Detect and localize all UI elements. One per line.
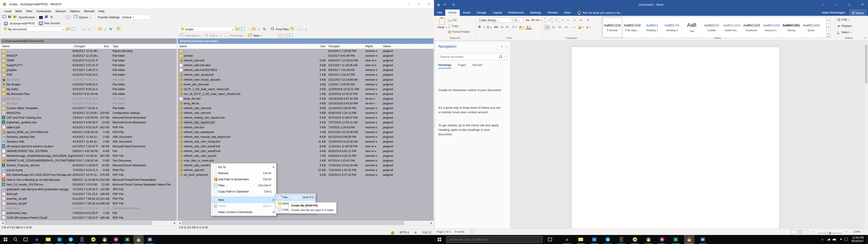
taskbar-app[interactable]: W — [145, 235, 155, 244]
taskbar-app[interactable]: O — [54, 235, 65, 244]
taskbar-app[interactable] — [643, 235, 654, 244]
taskbar-app[interactable] — [77, 235, 87, 244]
close-icon[interactable]: × — [424, 0, 434, 8]
table-row[interactable]: refresh_cdw_cdm.ksh 9 KB 11/2/2015 5:39:… — [178, 106, 434, 111]
home-directory-icon[interactable]: ⌂ — [257, 27, 261, 31]
home-directory-icon[interactable]: ⌂ — [103, 27, 107, 31]
bullets-button[interactable]: •— — [544, 18, 550, 23]
volume-icon[interactable] — [837, 238, 843, 241]
menu-item[interactable]: Help — [96, 9, 106, 13]
style-item[interactable]: AaBbCcDd Quote — [801, 17, 821, 38]
scrollbar-thumb[interactable] — [182, 221, 404, 225]
local-horizontal-scrollbar[interactable]: ◀ ▶ — [0, 221, 177, 225]
root-directory-icon[interactable] — [252, 27, 256, 31]
context-menu-item[interactable]: Static Custom Commands ▶ — [211, 209, 276, 215]
select-same-icon[interactable]: + — [278, 33, 282, 37]
taskbar-app[interactable]: X — [671, 235, 681, 244]
menu-item[interactable]: Files — [24, 9, 34, 13]
subscript-button[interactable]: x₂ — [500, 24, 505, 29]
taskbar-app[interactable]: UE — [630, 235, 640, 244]
numbering-button[interactable]: 1— — [551, 18, 557, 23]
table-row[interactable]: IDC MarketScape AFA 2015-2016 Pure Stora… — [0, 173, 177, 177]
column-header-name[interactable]: Name — [0, 44, 72, 49]
taskbar-app[interactable]: e — [32, 235, 42, 244]
close-icon[interactable]: × — [858, 0, 868, 9]
style-item[interactable]: AaBbCcDd ¶ No Spac... — [622, 17, 642, 38]
taskbar-app[interactable] — [657, 235, 667, 244]
zoom-level[interactable]: 100% — [853, 230, 860, 233]
root-directory-icon[interactable] — [98, 27, 102, 31]
justify-button[interactable] — [563, 25, 569, 30]
word-titlebar[interactable]: ▥ ↶ ↻ Document1 - Word □ – □ × — [434, 0, 868, 9]
onedrive-cloud-icon[interactable] — [831, 238, 837, 241]
tray-expand-icon[interactable]: ∧ — [819, 238, 826, 241]
nav-tab[interactable]: Results — [472, 63, 482, 68]
table-row[interactable]: .. 8/30/2017 11:01:49 AM Parent director… — [0, 49, 177, 54]
open-directory-icon[interactable] — [235, 27, 239, 31]
align-right-button[interactable] — [557, 25, 562, 30]
superscript-button[interactable]: x² — [505, 24, 510, 29]
table-row[interactable]: My Received Files 9/1/2017 8:41:44 AM Fi… — [0, 92, 177, 96]
print-layout-icon[interactable] — [798, 230, 802, 234]
font-name-select[interactable]: Calibri (Body) — [477, 18, 512, 23]
scroll-left-icon[interactable]: ◀ — [0, 222, 4, 224]
menu-item[interactable]: Commands — [34, 9, 53, 13]
selection-filter-icon[interactable] — [289, 33, 293, 37]
table-row[interactable]: Custom Office Templates 4/17/2017 7:30:5… — [0, 106, 177, 111]
table-row[interactable]: Sessions_backup.XML 4/14/2017 11:44:12 A… — [0, 135, 177, 140]
table-row[interactable]: exam3a_sol.pdf 5/11/2017 7:39:42 AM 3,20… — [0, 196, 177, 201]
download-button[interactable]: Download — [185, 34, 200, 37]
table-row[interactable]: refresh_cdm.ksh 6 KB 6/29/2017 12:19:03 … — [178, 58, 434, 63]
table-row[interactable]: NimbleStorage_sSolidStateStorage_IO#1295… — [0, 154, 177, 158]
multilevel-list-button[interactable]: ⁝— — [558, 18, 563, 23]
proofing-icon[interactable] — [471, 230, 474, 233]
collapse-ribbon-icon[interactable]: ∧ — [864, 36, 866, 39]
scrollbar-thumb[interactable] — [4, 221, 152, 225]
table-row[interactable]: refresh_cdm.ksh20170621 6 KB 6/5/2017 7:… — [178, 68, 434, 72]
taskbar-clock[interactable]: 12:43 PM 9/14/2017 — [849, 236, 866, 243]
taskbar-app[interactable]: X — [122, 235, 132, 244]
table-row[interactable]: My Safes 4/21/2017 9:30:21 AM File folde… — [0, 87, 177, 92]
taskbar-app[interactable]: S — [66, 235, 76, 244]
context-menu-item[interactable]: Filter... Ctrl+Alt+F — [211, 182, 276, 188]
table-row[interactable]: findz.pdf 5/11/2017 7:41:15 AM 139 KB PD… — [0, 192, 177, 196]
table-row[interactable]: refresh_cdw_rdm.ksh 9 KB 9/28/2015 2:25:… — [178, 111, 434, 116]
table-row[interactable]: Helz_CJ_results_201704.csv 5/10/2017 12:… — [0, 182, 177, 187]
table-row[interactable]: special_RDM_run_20170604.ksh 6/4/2017 6:… — [0, 130, 177, 135]
back-icon[interactable]: ← — [79, 27, 83, 31]
scroll-right-icon[interactable]: ▶ — [430, 222, 434, 224]
table-row[interactable]: refresh_rdm_reports.ksh 5 KB 7/27/2015 1… — [178, 120, 434, 125]
table-row[interactable]: table 6.pdf 4/22/2017 8:03:16 PM 302 KB … — [0, 125, 177, 130]
gallery-down-icon[interactable]: ▼ — [827, 24, 831, 30]
context-menu-item[interactable]: Paste Ctrl+V — [211, 203, 276, 209]
menu-item[interactable]: Mark — [13, 9, 24, 13]
zoom-in-icon[interactable]: + — [846, 230, 847, 233]
signed-in-user[interactable]: Abdul Washington — [822, 9, 845, 16]
table-row[interactable]: NMSRECIPIENT DDL 20170509 5/9/2017 4:52:… — [0, 149, 177, 154]
column-header-size[interactable]: Size — [98, 44, 111, 49]
table-row[interactable]: How to Join a Meeting as an Attendee.ppt… — [0, 178, 177, 182]
unselect-same-icon[interactable]: − — [283, 33, 287, 37]
style-item[interactable]: AaBbCcDd Intense E... — [762, 17, 781, 38]
nav-close-icon[interactable]: × — [506, 45, 507, 48]
search-input[interactable] — [447, 238, 542, 241]
ribbon-tab[interactable]: File — [434, 9, 445, 16]
remote-horizontal-scrollbar[interactable]: ◀ ▶ — [178, 221, 434, 225]
table-row[interactable]: off campus permit to email to rla.docx 6… — [0, 144, 177, 149]
table-row[interactable]: run_all_OLTP_2_NZ_load_reject_checks.ksh… — [178, 92, 434, 96]
decrease-indent-button[interactable]: ⇤ — [565, 18, 571, 23]
context-menu-item[interactable]: Add Path to Bookmarks Ctrl+B — [211, 176, 276, 182]
table-row[interactable]: WinSCP 4/14/2017 11:15:34 AM File folder — [0, 54, 177, 58]
table-row[interactable]: OLTP_2_NZ_load_reject_check.ksh 5 KB 11/… — [178, 87, 434, 92]
table-row[interactable]: refresh_rdm.ksh 5 KB 7/3/2015 1:29:43 PM… — [178, 125, 434, 130]
taskbar-app[interactable] — [684, 235, 694, 244]
document-page[interactable] — [571, 47, 779, 228]
context-menu-item[interactable]: Copy Path to Clipboard Ctrl+] — [211, 188, 276, 194]
local-path-bar[interactable]: C:\Users\awashington\Documents\ — [0, 38, 177, 44]
style-item[interactable]: AaBbCcDd Subtle Em... — [722, 17, 742, 38]
scrollbar-thumb[interactable] — [865, 45, 867, 83]
style-item[interactable]: AaBbCcD Heading 2 — [662, 17, 682, 38]
gallery-up-icon[interactable]: ▲ — [827, 17, 831, 23]
table-row[interactable]: refresh_cdw_cdm_twooff.ksh 6 KB 11/3/201… — [178, 144, 434, 149]
scroll-left-icon[interactable]: ◀ — [178, 222, 182, 224]
